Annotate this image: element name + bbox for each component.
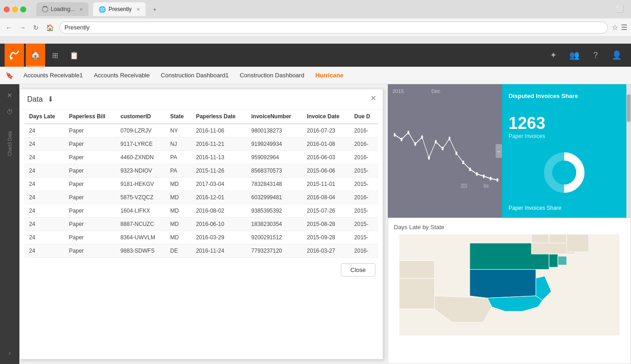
data-panel-title: Data [27, 95, 43, 104]
disputed-invoices-card: Disputed Invoices Share [502, 84, 626, 107]
table-cell: 6032999481 [247, 191, 303, 204]
chart-resize-handle[interactable]: ↔ [496, 144, 502, 158]
sidebar-history-icon[interactable]: ⏱ [4, 105, 16, 118]
sidebar-chart-label: Chart3 Data [7, 131, 12, 156]
back-button[interactable]: ← [4, 22, 14, 33]
download-icon[interactable]: ⬇ [47, 95, 53, 104]
table-cell: NJ [166, 138, 192, 151]
svg-point-7 [435, 140, 437, 144]
home-nav-button[interactable]: 🏠 [26, 44, 45, 67]
svg-point-2 [401, 138, 403, 141]
table-cell: 2016-06-03 [302, 151, 350, 164]
minimize-dot[interactable] [12, 6, 18, 12]
table-cell: 2016- [350, 138, 378, 151]
svg-point-8 [442, 147, 444, 150]
table-cell: 1838230354 [247, 218, 303, 231]
table-cell: DE [166, 244, 192, 258]
col-invoice-date: Invoice Date [302, 110, 350, 124]
sparkle-icon[interactable]: ✦ [543, 44, 563, 67]
bookmark-accounts-receivable[interactable]: Accounts Receivable [89, 70, 154, 81]
donut-chart-container [508, 144, 620, 201]
layout-nav-button[interactable]: ⊞ [45, 44, 64, 67]
data-table-wrapper[interactable]: Days Late Paperless Bill customerID Stat… [24, 110, 378, 258]
address-bar[interactable]: Presently [59, 22, 608, 34]
table-cell: 24 [24, 151, 64, 164]
tab-presently[interactable]: 🌐 Presently ✕ [93, 2, 146, 16]
table-cell: 2015- [350, 178, 378, 191]
table-row: 24Paper4460-ZXNDNPA2016-11-1395909296420… [24, 151, 378, 164]
table-cell: 7793237120 [247, 244, 303, 258]
forward-button[interactable]: → [18, 22, 28, 33]
right-scrollbar[interactable] [626, 84, 631, 218]
col-paperless-date: Paperless Date [191, 110, 246, 124]
users-icon[interactable]: 👥 [565, 44, 584, 67]
bookmark-construction-dashboard[interactable]: Construction Dashboard [235, 70, 309, 81]
table-cell: 2015-08-28 [302, 218, 350, 231]
user-icon[interactable]: 👤 [607, 44, 626, 67]
table-row: 24Paper9181-HEKGVMD2017-03-0478328431482… [24, 178, 378, 191]
col-state: State [166, 110, 192, 124]
bookmark-star-icon[interactable]: ☆ [612, 23, 618, 32]
table-cell: PA [166, 164, 192, 178]
table-cell: 9199249934 [247, 138, 303, 151]
svg-point-4 [415, 142, 416, 146]
table-cell: 24 [24, 191, 64, 204]
sidebar-arrow-icon[interactable]: › [6, 347, 14, 359]
home-button[interactable]: 🏠 [44, 22, 56, 33]
sidebar-close-icon[interactable]: ✕ [4, 89, 15, 102]
table-cell: 9323-NDIOV [116, 164, 166, 178]
table-cell: 9200291512 [247, 231, 303, 244]
table-row: 24Paper9117-LYRCENJ2016-11-2191992499342… [24, 138, 378, 151]
new-tab-button[interactable]: + [148, 3, 161, 16]
scroll-thumb[interactable] [627, 94, 631, 122]
restore-window-icon[interactable]: ⬜ [616, 6, 624, 13]
table-cell: Paper [64, 164, 116, 178]
close-dot[interactable] [4, 6, 10, 12]
table-cell: 24 [24, 178, 64, 191]
table-cell: 24 [24, 231, 64, 244]
table-cell: 2015-11-26 [191, 164, 246, 178]
svg-point-16 [497, 178, 498, 182]
table-cell: 2016- [350, 191, 378, 204]
tab-close-loading[interactable]: ✕ [79, 7, 83, 12]
tab-loading[interactable]: Loading... ✕ [36, 2, 88, 16]
table-cell: 2016- [350, 244, 378, 258]
table-cell: 24 [24, 164, 64, 178]
table-cell: 24 [24, 138, 64, 151]
table-row: 24Paper9323-NDIOVPA2015-11-2685683705732… [24, 164, 378, 178]
table-cell: 2016-03-29 [191, 231, 246, 244]
bookmark-accounts-receivable1[interactable]: Accounts Receivable1 [19, 70, 88, 81]
table-cell: 959092964 [247, 151, 303, 164]
map-card: Days Late by State [388, 218, 631, 364]
table-cell: 9883-SDWFS [116, 244, 166, 258]
tab-presently-label: Presently [109, 6, 132, 12]
table-cell: 8364-UWVLM [116, 231, 166, 244]
bookmark-construction-dashboard1[interactable]: Construction Dashboard1 [156, 70, 233, 81]
bookmark-hurricane[interactable]: Hurricane [311, 70, 348, 81]
help-icon[interactable]: ? [586, 44, 605, 67]
maximize-dot[interactable] [20, 6, 26, 12]
table-cell: 2016-11-21 [191, 138, 246, 151]
close-button[interactable]: Close [341, 263, 375, 277]
data-panel-close-x[interactable]: ✕ [370, 94, 376, 103]
table-cell: Paper [64, 138, 116, 151]
table-cell: 8568370573 [247, 164, 303, 178]
tab-close-presently[interactable]: ✕ [136, 7, 140, 12]
col-days-late: Days Late [24, 110, 64, 124]
table-cell: 2016- [350, 151, 378, 164]
report-nav-button[interactable]: 📋 [64, 44, 84, 67]
table-header: Days Late Paperless Bill customerID Stat… [24, 110, 378, 124]
table-cell: 5875-VZQCZ [116, 191, 166, 204]
table-cell: Paper [64, 231, 116, 244]
svg-point-12 [469, 168, 471, 171]
table-cell: 2015- [350, 231, 378, 244]
svg-point-15 [490, 177, 491, 180]
svg-point-14 [483, 174, 485, 178]
right-panel: 2015 Dec [388, 84, 631, 364]
table-cell: 24 [24, 204, 64, 218]
refresh-button[interactable]: ↻ [31, 22, 41, 33]
table-cell: 2016-11-24 [191, 244, 246, 258]
browser-menu-icon[interactable]: ☰ [621, 23, 627, 32]
svg-point-9 [449, 137, 450, 140]
table-body: 24Paper0709-LZRJVNY2016-11-0698001382732… [24, 124, 378, 258]
